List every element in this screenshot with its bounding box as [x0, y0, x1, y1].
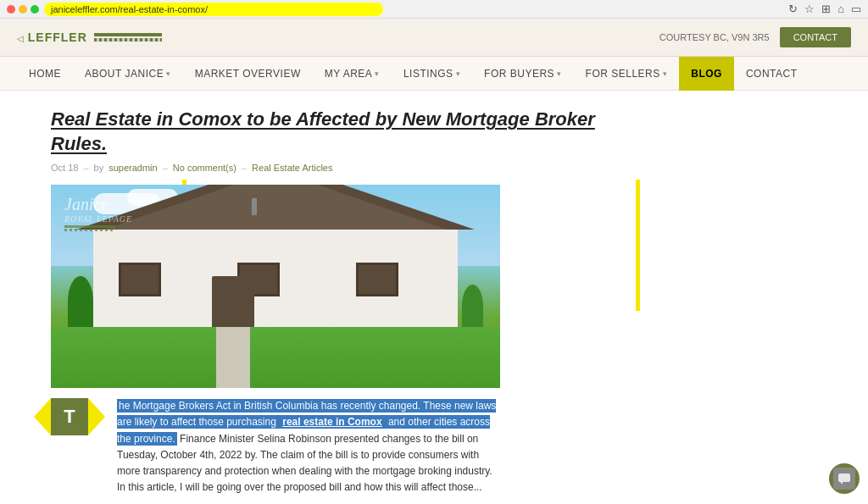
- home-icon[interactable]: ⌂: [837, 3, 844, 15]
- article-meta: Oct 18 – by superadmin – No comment(s) –…: [51, 163, 817, 173]
- tab-icon[interactable]: ▭: [851, 3, 861, 15]
- article-body-section: T he Mortgage Brokers Act in British Col…: [51, 398, 500, 496]
- contact-button-top[interactable]: CONTACT: [780, 27, 851, 47]
- phone-number: COURTESY BC, V9N 3R5: [659, 32, 770, 42]
- reload-icon[interactable]: ↻: [788, 3, 798, 15]
- drop-cap-letter: T: [51, 398, 88, 435]
- nav-label-listings: LISTINGS: [403, 68, 453, 80]
- menu-icon-1[interactable]: ⊞: [821, 3, 831, 15]
- cookie-chat-button[interactable]: [829, 463, 860, 494]
- image-watermark: Janice ROYAL LEPAGE: [64, 195, 132, 231]
- browser-icons-area: ↻ ☆ ⊞ ⌂ ▭: [788, 3, 861, 15]
- nav-label-home: HOME: [29, 68, 61, 80]
- house-roof-svg: [76, 185, 475, 230]
- nav-item-myarea[interactable]: MY AREA ▾: [313, 57, 392, 91]
- browser-chrome: janiceleffler.com/real-estate-in-comox/ …: [0, 0, 868, 19]
- close-dot[interactable]: [7, 5, 15, 14]
- drop-cap-wrapper: T: [51, 398, 88, 435]
- chevron-down-icon-buyers: ▾: [557, 69, 562, 78]
- nav-label-blog: BLOG: [691, 68, 722, 80]
- navigation-bar: HOME ABOUT JANICE ▾ MARKET OVERVIEW MY A…: [0, 57, 868, 91]
- chat-icon: [837, 473, 851, 485]
- meta-sep-2: –: [163, 163, 168, 173]
- chevron-down-icon-myarea: ▾: [375, 69, 380, 78]
- chevron-down-icon-about: ▾: [166, 69, 171, 78]
- nav-label-myarea: MY AREA: [325, 68, 373, 80]
- nav-label-buyers: FOR BUYERS: [484, 68, 554, 80]
- chevron-down-icon-listings: ▾: [456, 69, 461, 78]
- article-author-link[interactable]: superadmin: [108, 163, 157, 173]
- article-date: Oct 18: [51, 163, 78, 173]
- nav-item-market[interactable]: MARKET OVERVIEW: [183, 57, 313, 91]
- logo-bar-bottom: [94, 38, 162, 42]
- article-image-wrapper: Janice ROYAL LEPAGE: [51, 185, 500, 388]
- nav-item-contact[interactable]: CONTACT: [734, 57, 810, 91]
- article-comments-link[interactable]: No comment(s): [173, 163, 236, 173]
- yellow-accent-right: [636, 180, 640, 311]
- nav-item-blog[interactable]: BLOG: [679, 57, 734, 91]
- cookie-chat-inner: [833, 468, 855, 490]
- svg-marker-3: [840, 482, 843, 485]
- nav-item-sellers[interactable]: FOR SELLERS ▾: [574, 57, 680, 91]
- article-by: by: [94, 163, 104, 173]
- top-header: ◁ LEFFLER COURTESY BC, V9N 3R5 CONTACT: [0, 19, 868, 57]
- star-icon[interactable]: ☆: [804, 3, 815, 15]
- address-bar[interactable]: janiceleffler.com/real-estate-in-comox/: [44, 3, 383, 16]
- yellow-arrow-left-shape: [34, 398, 51, 435]
- svg-rect-2: [838, 474, 850, 482]
- nav-item-buyers[interactable]: FOR BUYERS ▾: [472, 57, 574, 91]
- logo-text: ◁ LEFFLER: [17, 30, 87, 44]
- article-title: Real Estate in Comox to be Affected by N…: [51, 108, 644, 156]
- yellow-arrow-right-shape: [88, 398, 105, 435]
- logo-area: ◁ LEFFLER: [17, 30, 162, 44]
- nav-label-market: MARKET OVERVIEW: [195, 68, 301, 80]
- nav-item-listings[interactable]: LISTINGS ▾: [392, 57, 472, 91]
- nav-label-about: ABOUT JANICE: [85, 68, 164, 80]
- nav-item-home[interactable]: HOME: [17, 57, 73, 91]
- logo-bars: [94, 33, 162, 42]
- article-text-body: he Mortgage Brokers Act in British Colum…: [117, 398, 500, 496]
- nav-label-sellers: FOR SELLERS: [586, 68, 660, 80]
- chevron-down-icon-sellers: ▾: [663, 69, 668, 78]
- meta-sep-3: –: [242, 163, 247, 173]
- nav-label-contact: CONTACT: [746, 68, 798, 80]
- main-content: Real Estate in Comox to be Affected by N…: [0, 91, 868, 504]
- article-category-link[interactable]: Real Estate Articles: [252, 163, 332, 173]
- window-controls: [7, 5, 39, 14]
- header-right: COURTESY BC, V9N 3R5 CONTACT: [659, 27, 851, 47]
- maximize-dot[interactable]: [31, 5, 39, 14]
- article-image: Janice ROYAL LEPAGE: [51, 185, 500, 388]
- nav-item-about[interactable]: ABOUT JANICE ▾: [73, 57, 183, 91]
- logo-bar-top: [94, 33, 162, 36]
- article-body-link[interactable]: real estate in Comox: [281, 415, 383, 429]
- meta-sep-1: –: [83, 163, 88, 173]
- minimize-dot[interactable]: [19, 5, 27, 14]
